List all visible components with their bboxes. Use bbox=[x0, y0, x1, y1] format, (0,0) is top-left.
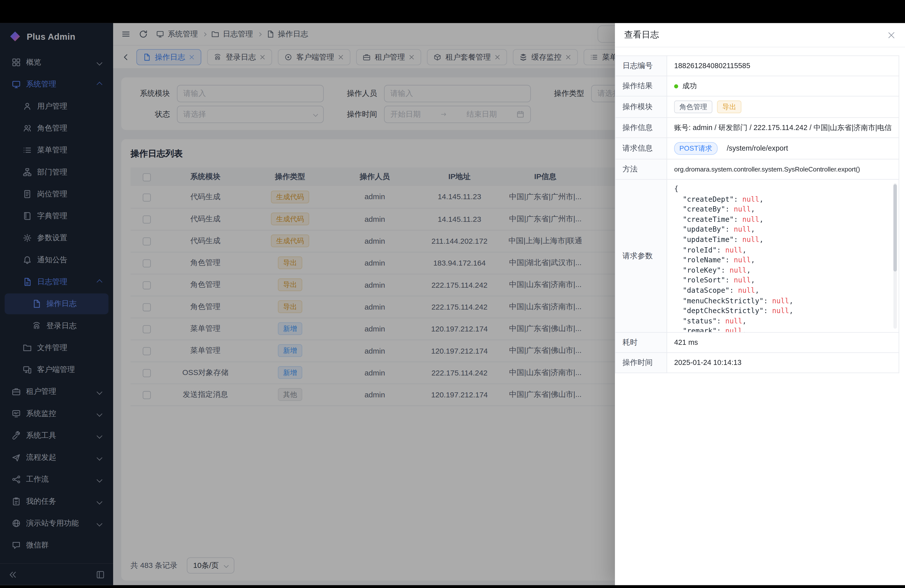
detail-text: 2025-01-24 10:14:13 bbox=[674, 359, 741, 367]
json-key: "createDept" bbox=[683, 195, 734, 203]
detail-row: 请求信息POST请求/system/role/export bbox=[615, 138, 899, 159]
detail-value: 角色管理导出 bbox=[667, 96, 899, 118]
detail-label: 方法 bbox=[615, 159, 667, 179]
status-text: 成功 bbox=[682, 82, 697, 90]
json-null: null bbox=[725, 327, 742, 332]
detail-row: 耗时421 ms bbox=[615, 332, 899, 353]
detail-row: 操作时间2025-01-24 10:14:13 bbox=[615, 353, 899, 373]
detail-label: 操作时间 bbox=[615, 353, 667, 373]
status-dot-icon bbox=[674, 84, 678, 88]
detail-label: 操作结果 bbox=[615, 76, 667, 96]
json-key: "updateTime" bbox=[683, 236, 734, 244]
drawer-header: 查看日志 bbox=[615, 23, 905, 47]
json-null: null bbox=[734, 256, 751, 264]
detail-value: 1882612840802115585 bbox=[667, 56, 899, 76]
detail-value: 账号: admin / 研发部门 / 222.175.114.242 / 中国|… bbox=[667, 118, 899, 138]
scrollbar[interactable] bbox=[894, 183, 897, 329]
module-tag: 角色管理 bbox=[674, 100, 713, 113]
detail-value: 421 ms bbox=[667, 332, 899, 353]
detail-row: 请求参数{ "createDept": null, "createBy": nu… bbox=[615, 179, 899, 332]
json-key: "remark" bbox=[683, 327, 717, 332]
json-null: null bbox=[738, 286, 755, 294]
detail-value: 2025-01-24 10:14:13 bbox=[667, 353, 899, 373]
detail-label: 操作模块 bbox=[615, 96, 667, 118]
detail-value: 成功 bbox=[667, 76, 899, 96]
json-null: null bbox=[734, 277, 751, 284]
json-key: "roleId" bbox=[683, 246, 717, 254]
drawer-title: 查看日志 bbox=[624, 29, 659, 40]
detail-label: 请求参数 bbox=[615, 179, 667, 332]
json-key: "status" bbox=[683, 317, 717, 325]
json-key: "roleSort" bbox=[683, 277, 725, 284]
json-null: null bbox=[772, 307, 789, 315]
request-method-tag: POST请求 bbox=[674, 142, 718, 155]
request-params-json[interactable]: { "createDept": null, "createBy": null, … bbox=[667, 180, 899, 332]
detail-text: 421 ms bbox=[674, 338, 698, 346]
scrollbar-thumb[interactable] bbox=[894, 184, 897, 272]
view-log-drawer: 查看日志 日志编号1882612840802115585操作结果成功操作模块角色… bbox=[615, 23, 905, 585]
detail-row: 日志编号1882612840802115585 bbox=[615, 56, 899, 76]
json-null: null bbox=[734, 226, 751, 234]
screen: Plus Admin 概览系统管理用户管理角色管理菜单管理部门管理岗位管理字典管… bbox=[0, 0, 905, 588]
drawer-body: 日志编号1882612840802115585操作结果成功操作模块角色管理导出操… bbox=[615, 47, 905, 585]
detail-row: 操作模块角色管理导出 bbox=[615, 96, 899, 118]
json-null: null bbox=[734, 205, 751, 213]
json-null: null bbox=[742, 195, 759, 203]
detail-value: POST请求/system/role/export bbox=[667, 138, 899, 159]
json-key: "createTime" bbox=[683, 215, 734, 223]
detail-row: 操作信息账号: admin / 研发部门 / 222.175.114.242 /… bbox=[615, 118, 899, 138]
detail-row: 操作结果成功 bbox=[615, 76, 899, 96]
json-null: null bbox=[730, 266, 747, 274]
json-key: "createBy" bbox=[683, 205, 725, 213]
detail-text: 1882612840802115585 bbox=[674, 62, 750, 70]
detail-label: 日志编号 bbox=[615, 56, 667, 76]
json-key: "dataScope" bbox=[683, 286, 730, 294]
json-key: "roleName" bbox=[683, 256, 725, 264]
request-url: /system/role/export bbox=[727, 145, 788, 153]
json-key: "deptCheckStrictly" bbox=[683, 307, 764, 315]
close-icon bbox=[888, 31, 896, 39]
json-null: null bbox=[725, 317, 742, 325]
detail-value: org.dromara.system.controller.system.Sys… bbox=[667, 159, 899, 179]
json-null: null bbox=[742, 236, 759, 244]
json-null: null bbox=[725, 246, 742, 254]
json-null: null bbox=[742, 215, 759, 223]
detail-row: 方法org.dromara.system.controller.system.S… bbox=[615, 159, 899, 179]
detail-label: 耗时 bbox=[615, 332, 667, 353]
log-detail-table: 日志编号1882612840802115585操作结果成功操作模块角色管理导出操… bbox=[615, 55, 899, 373]
detail-value: { "createDept": null, "createBy": null, … bbox=[667, 179, 899, 332]
json-null: null bbox=[772, 297, 789, 305]
json-key: "menuCheckStrictly" bbox=[683, 297, 764, 305]
close-drawer-button[interactable] bbox=[888, 31, 896, 39]
detail-label: 操作信息 bbox=[615, 118, 667, 138]
detail-text: org.dromara.system.controller.system.Sys… bbox=[674, 166, 860, 173]
module-tag: 导出 bbox=[717, 100, 741, 113]
detail-text: 账号: admin / 研发部门 / 222.175.114.242 / 中国|… bbox=[674, 123, 892, 131]
detail-label: 请求信息 bbox=[615, 138, 667, 159]
json-key: "roleKey" bbox=[683, 266, 721, 274]
json-key: "updateBy" bbox=[683, 226, 725, 234]
